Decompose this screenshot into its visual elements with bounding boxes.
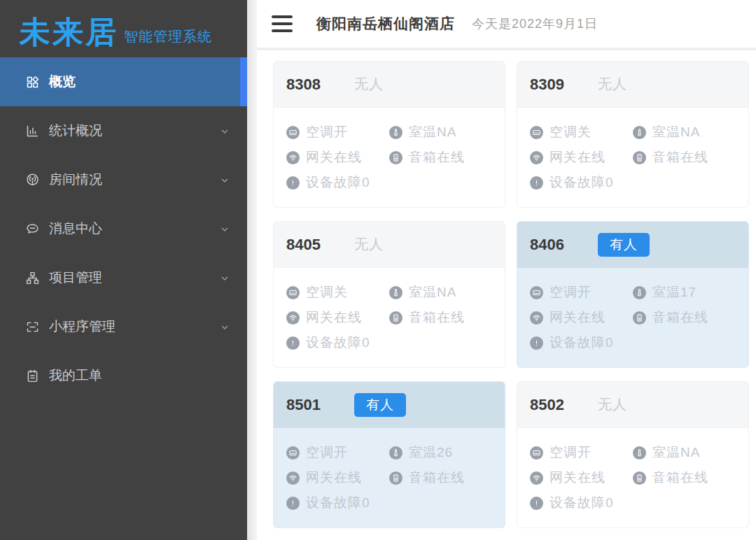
sidebar-divider: [247, 0, 257, 540]
stat-speaker-label: 音箱在线: [652, 469, 708, 487]
stat-faults: 设备故障0: [286, 334, 390, 352]
temp-icon: [389, 446, 402, 460]
stat-faults-label: 设备故障0: [550, 334, 614, 352]
room-card-header: 8501有人: [274, 382, 505, 428]
room-card-header: 8309无人: [517, 62, 748, 108]
date-text: 今天是2022年9月1日: [472, 15, 598, 32]
presence-text: 无人: [598, 395, 627, 414]
stat-speaker: 音箱在线: [389, 469, 492, 487]
sidebar-item-label: 小程序管理: [49, 318, 115, 336]
stat-temperature: 室温NA: [633, 123, 736, 141]
stat-gateway-label: 网关在线: [550, 469, 606, 487]
room-card[interactable]: 8405无人空调关室温NA网关在线音箱在线设备故障0: [273, 221, 505, 368]
sidebar-item-label: 概览: [49, 73, 76, 91]
fault-icon: [286, 497, 300, 510]
sidebar-item-overview[interactable]: 概览: [0, 57, 247, 106]
stat-row: 空调开室温26: [286, 440, 492, 465]
stat-gateway-label: 网关在线: [306, 469, 362, 487]
room-card-header: 8308无人: [274, 62, 505, 108]
presence-badge: 有人: [354, 393, 406, 417]
room-card-header: 8406有人: [517, 222, 748, 268]
stat-speaker-label: 音箱在线: [409, 148, 465, 166]
stat-row: 网关在线音箱在线: [530, 145, 736, 170]
stat-temperature: 室温NA: [389, 283, 492, 301]
stat-row: 空调开室温NA: [530, 440, 736, 465]
chevron-down-icon[interactable]: [219, 174, 230, 185]
room-card-body: 空调开室温NA网关在线音箱在线设备故障0: [517, 428, 748, 516]
stat-speaker: 音箱在线: [633, 148, 736, 166]
sidebar-item-messages[interactable]: 消息中心: [0, 204, 247, 253]
stat-row: 网关在线音箱在线: [286, 145, 492, 170]
chevron-down-icon[interactable]: [219, 125, 230, 136]
stat-gateway: 网关在线: [286, 308, 389, 327]
rooms-icon: [25, 173, 40, 187]
presence-badge: 有人: [598, 233, 650, 257]
stat-row: 设备故障0: [530, 330, 736, 355]
room-card-header: 8502无人: [517, 382, 748, 428]
top-bar: 衡阳南岳栖仙阁酒店 今天是2022年9月1日: [257, 0, 756, 50]
main-area: 衡阳南岳栖仙阁酒店 今天是2022年9月1日 8308无人空调开室温NA网关在线…: [257, 0, 756, 540]
stat-row: 设备故障0: [286, 330, 492, 355]
presence-text: 无人: [354, 75, 384, 94]
stat-row: 空调开室温17: [530, 280, 736, 305]
stat-gateway: 网关在线: [286, 148, 389, 166]
stat-gateway: 网关在线: [530, 469, 633, 487]
temp-icon: [633, 446, 646, 460]
stat-temperature-label: 室温26: [409, 443, 453, 462]
gateway-icon: [286, 471, 300, 485]
room-card[interactable]: 8406有人空调开室温17网关在线音箱在线设备故障0: [517, 221, 749, 368]
fault-icon: [286, 176, 300, 190]
stat-row: 设备故障0: [286, 170, 492, 195]
stat-faults-label: 设备故障0: [306, 334, 370, 352]
stat-ac-label: 空调开: [306, 443, 348, 462]
stat-ac-label: 空调关: [306, 283, 348, 301]
stat-gateway: 网关在线: [286, 469, 389, 487]
room-card[interactable]: 8501有人空调开室温26网关在线音箱在线设备故障0: [273, 381, 505, 528]
room-grid: 8308无人空调开室温NA网关在线音箱在线设备故障08309无人空调关室温NA网…: [257, 50, 756, 528]
stat-ac: 空调开: [286, 123, 389, 141]
chevron-down-icon[interactable]: [219, 272, 230, 283]
stat-ac: 空调开: [530, 283, 633, 301]
stat-ac: 空调开: [530, 443, 633, 462]
room-card[interactable]: 8502无人空调开室温NA网关在线音箱在线设备故障0: [517, 381, 749, 528]
room-card-header: 8405无人: [274, 222, 505, 268]
stat-ac: 空调关: [530, 123, 633, 141]
gateway-icon: [530, 151, 543, 164]
chevron-down-icon[interactable]: [219, 321, 230, 332]
stat-faults-label: 设备故障0: [306, 494, 370, 512]
ac-icon: [286, 446, 300, 460]
room-card[interactable]: 8308无人空调开室温NA网关在线音箱在线设备故障0: [273, 61, 505, 208]
temp-icon: [389, 126, 402, 139]
fault-icon: [286, 336, 300, 350]
sidebar-item-projects[interactable]: 项目管理: [0, 253, 247, 302]
stat-row: 设备故障0: [286, 490, 492, 516]
ac-icon: [530, 126, 543, 139]
speaker-icon: [633, 471, 646, 485]
stat-ac-label: 空调关: [550, 123, 592, 141]
room-card-body: 空调开室温NA网关在线音箱在线设备故障0: [274, 108, 505, 195]
stat-ac: 空调开: [286, 443, 389, 462]
room-card[interactable]: 8309无人空调关室温NA网关在线音箱在线设备故障0: [517, 61, 749, 208]
stat-faults-label: 设备故障0: [550, 494, 614, 512]
room-card-body: 空调关室温NA网关在线音箱在线设备故障0: [517, 108, 748, 195]
chevron-down-icon[interactable]: [219, 223, 230, 234]
stat-faults: 设备故障0: [530, 494, 634, 512]
stat-ac: 空调关: [286, 283, 389, 301]
stat-faults-label: 设备故障0: [306, 173, 370, 192]
stat-row: 设备故障0: [530, 490, 736, 516]
stat-gateway-label: 网关在线: [306, 148, 362, 166]
presence-text: 无人: [354, 235, 384, 254]
menu-toggle-button[interactable]: [272, 15, 293, 32]
sidebar-item-rooms[interactable]: 房间情况: [0, 155, 247, 204]
speaker-icon: [389, 471, 402, 485]
stat-gateway-label: 网关在线: [550, 148, 606, 166]
stat-row: 网关在线音箱在线: [530, 305, 736, 330]
sidebar-item-stats[interactable]: 统计概况: [0, 106, 247, 155]
room-number: 8502: [530, 396, 598, 414]
stat-gateway-label: 网关在线: [550, 308, 606, 327]
sidebar-item-miniprogram[interactable]: 小程序管理: [0, 302, 247, 351]
temp-icon: [633, 286, 646, 299]
sidebar-item-workorders[interactable]: 我的工单: [0, 351, 247, 400]
gateway-icon: [530, 471, 543, 485]
miniprogram-icon: [25, 320, 40, 334]
